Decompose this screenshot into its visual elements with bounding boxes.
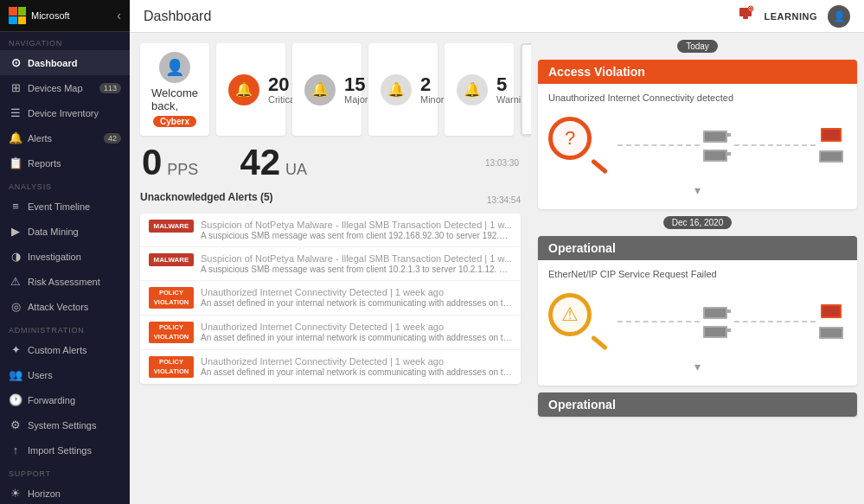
sidebar-item-devices-map[interactable]: ⊞ Devices Map 113 bbox=[0, 75, 130, 100]
major-card[interactable]: 🔔 15 Major bbox=[292, 43, 362, 136]
attack-vectors-icon: ◎ bbox=[9, 300, 22, 313]
all-card[interactable]: 🔔 42 All bbox=[521, 43, 531, 136]
alert-badge-malware: MALWARE bbox=[149, 253, 194, 266]
expand-chevron[interactable]: ▾ bbox=[548, 180, 847, 201]
svg-rect-6 bbox=[727, 133, 731, 137]
svg-rect-15 bbox=[705, 309, 726, 317]
pps-metric: 0 PPS bbox=[142, 144, 198, 181]
sidebar-back-icon[interactable]: ‹ bbox=[117, 9, 121, 22]
op-orange-device bbox=[821, 303, 845, 322]
sidebar-item-forwarding[interactable]: 🕐 Forwarding bbox=[0, 387, 130, 412]
sidebar-item-label: Alerts bbox=[28, 133, 52, 144]
operational-card-2[interactable]: Operational bbox=[538, 392, 857, 417]
reports-icon: 📋 bbox=[9, 156, 22, 169]
unacknowledged-section: Unacknowledged Alerts (5) 13:34:54 MALWA… bbox=[140, 191, 521, 384]
alert-item-content: Unauthorized Internet Connectivity Detec… bbox=[201, 322, 512, 342]
page-title: Dashboard bbox=[144, 9, 211, 24]
operational-header-1: Operational bbox=[538, 236, 857, 260]
sidebar-item-horizon[interactable]: ☀ Horizon bbox=[0, 481, 130, 504]
alert-item-content: Unauthorized Internet Connectivity Detec… bbox=[201, 287, 512, 308]
dec-badge: Dec 16, 2020 bbox=[663, 216, 733, 229]
microsoft-logo bbox=[9, 7, 26, 24]
operational-network-diagram bbox=[618, 303, 847, 341]
alert-item-desc: A suspicious SMB message was sent from c… bbox=[201, 231, 512, 240]
magnify-icon: ? bbox=[548, 117, 609, 173]
sidebar-item-risk-assessment[interactable]: ⚠ Risk Assessment bbox=[0, 269, 130, 294]
logo-text: Microsoft bbox=[31, 10, 70, 21]
topbar: Dashboard LEARNING 👤 bbox=[130, 0, 864, 33]
forwarding-icon: 🕐 bbox=[9, 393, 22, 406]
welcome-text: Welcome back, bbox=[151, 86, 198, 112]
dashboard-icon: ⊙ bbox=[9, 56, 22, 69]
svg-rect-18 bbox=[705, 328, 726, 336]
sidebar-item-label: Risk Assessment bbox=[28, 277, 100, 287]
sidebar-item-investigation[interactable]: ◑ Investigation bbox=[0, 244, 130, 269]
warnings-card[interactable]: 🔔 5 Warnings bbox=[445, 43, 514, 136]
operational-header-2: Operational bbox=[538, 392, 857, 417]
sidebar-item-label: Forwarding bbox=[28, 395, 75, 405]
sidebar-item-system-settings[interactable]: ⚙ System Settings bbox=[0, 412, 130, 437]
sidebar-item-custom-alerts[interactable]: ✦ Custom Alerts bbox=[0, 337, 130, 362]
sidebar-item-users[interactable]: 👥 Users bbox=[0, 362, 130, 387]
device-inventory-icon: ☰ bbox=[9, 106, 22, 119]
sidebar-item-label: Devices Map bbox=[28, 83, 83, 93]
alerts-icon: 🔔 bbox=[9, 131, 22, 144]
access-violation-card[interactable]: Access Violation Unauthorized Internet C… bbox=[538, 60, 857, 209]
event-timeline-icon: ≡ bbox=[9, 200, 22, 213]
sidebar-item-label: Investigation bbox=[28, 252, 81, 262]
today-badge: Today bbox=[677, 40, 718, 53]
alert-item-desc: An asset defined in your internal networ… bbox=[201, 367, 512, 377]
sidebar-item-attack-vectors[interactable]: ◎ Attack Vectors bbox=[0, 294, 130, 319]
sidebar-item-import-settings[interactable]: ↑ Import Settings bbox=[0, 437, 130, 463]
list-item[interactable]: POLICYVIOLATION Unauthorized Internet Co… bbox=[140, 316, 521, 350]
warning-magnify-handle bbox=[591, 335, 608, 351]
svg-rect-16 bbox=[727, 309, 731, 313]
sidebar-item-label: Import Settings bbox=[28, 445, 92, 456]
sidebar-item-device-inventory[interactable]: ☰ Device Inventory bbox=[0, 100, 130, 125]
sidebar-item-label: Custom Alerts bbox=[28, 345, 86, 355]
major-icon: 🔔 bbox=[304, 74, 336, 105]
sidebar-item-event-timeline[interactable]: ≡ Event Timeline bbox=[0, 194, 130, 219]
operational-body-1: EtherNet/IP CIP Service Request Failed ⚠ bbox=[538, 260, 857, 386]
list-item[interactable]: POLICYVIOLATION Unauthorized Internet Co… bbox=[140, 350, 521, 384]
major-count: 15 bbox=[344, 75, 368, 94]
alert-item-title: Unauthorized Internet Connectivity Detec… bbox=[201, 287, 512, 297]
access-violation-header: Access Violation bbox=[538, 60, 857, 84]
user-avatar[interactable]: 👤 bbox=[828, 5, 850, 28]
analysis-section-label: ANALYSIS bbox=[0, 175, 130, 194]
op-device-group bbox=[703, 303, 731, 340]
dotted-line bbox=[618, 144, 700, 146]
alert-item-title: Suspicion of NotPetya Malware - Illegal … bbox=[201, 253, 512, 264]
alert-item-content: Unauthorized Internet Connectivity Detec… bbox=[201, 356, 512, 377]
operational-subtitle-1: EtherNet/IP CIP Service Request Failed bbox=[548, 269, 847, 279]
op-expand-chevron[interactable]: ▾ bbox=[548, 356, 847, 377]
unacknowledged-title: Unacknowledged Alerts (5) bbox=[140, 191, 273, 203]
horizon-icon: ☀ bbox=[9, 487, 22, 500]
list-item[interactable]: MALWARE Suspicion of NotPetya Malware - … bbox=[140, 247, 521, 281]
data-mining-icon: ▶ bbox=[9, 225, 22, 238]
sidebar-item-label: Attack Vectors bbox=[28, 302, 88, 312]
sidebar-item-dashboard[interactable]: ⊙ Dashboard bbox=[0, 50, 130, 75]
access-violation-subtitle: Unauthorized Internet Connectivity detec… bbox=[548, 93, 847, 103]
critical-card[interactable]: 🔔 20 Critical bbox=[216, 43, 285, 136]
operational-card-1[interactable]: Operational EtherNet/IP CIP Service Requ… bbox=[538, 236, 857, 386]
op-dotted-line bbox=[618, 321, 700, 322]
sidebar-item-data-mining[interactable]: ▶ Data Mining bbox=[0, 219, 130, 244]
op-dotted-line-2 bbox=[734, 321, 816, 322]
list-item[interactable]: POLICYVIOLATION Unauthorized Internet Co… bbox=[140, 281, 521, 316]
sidebar-item-label: Users bbox=[28, 370, 53, 380]
sidebar-item-reports[interactable]: 📋 Reports bbox=[0, 150, 130, 175]
sidebar-item-alerts[interactable]: 🔔 Alerts 42 bbox=[0, 125, 130, 150]
orange-device-icon bbox=[821, 126, 845, 145]
alert-badge-policy: POLICYVIOLATION bbox=[149, 356, 194, 378]
sidebar-item-label: Horizon bbox=[28, 488, 61, 499]
minor-card[interactable]: 🔔 2 Minor bbox=[368, 43, 438, 136]
network-diagram bbox=[618, 126, 847, 164]
critical-icon: 🔔 bbox=[228, 74, 259, 105]
minor-count: 2 bbox=[420, 75, 445, 94]
metrics-row: 0 PPS 42 UA 13:03:30 bbox=[140, 144, 521, 181]
alert-item-title: Unauthorized Internet Connectivity Detec… bbox=[201, 356, 512, 367]
list-item[interactable]: MALWARE Suspicion of NotPetya Malware - … bbox=[140, 214, 521, 247]
learning-label[interactable]: LEARNING bbox=[765, 11, 817, 22]
notifications-icon[interactable] bbox=[737, 5, 754, 27]
